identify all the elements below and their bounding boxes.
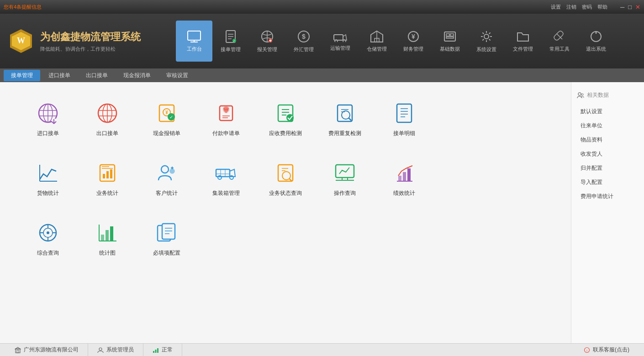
svg-point-59 <box>286 114 294 121</box>
import-order-icon <box>35 100 61 126</box>
svg-rect-3 <box>188 31 201 40</box>
export-order-label: 出口接单 <box>96 130 118 137</box>
app-title: 为创鑫捷物流管理系统 <box>40 30 141 44</box>
svg-rect-65 <box>397 104 412 122</box>
order-detail-item[interactable]: 接单明细 <box>375 96 434 142</box>
svg-rect-99 <box>403 172 406 181</box>
op-query-label: 操作查询 <box>334 189 356 197</box>
subnav-cash-reimburse[interactable]: 现金报消单 <box>116 70 158 81</box>
perf-stat-item[interactable]: 绩效统计 <box>375 156 434 202</box>
biz-stat-item[interactable]: 业务统计 <box>78 156 137 202</box>
sidebar-fee-apply-stat[interactable]: 费用申请统计 <box>577 189 639 204</box>
app-subtitle: 降低能耗、协调合作，工作更轻松 <box>40 46 141 52</box>
cash-reimburse-label: 现金报销单 <box>153 130 180 137</box>
sidebar-partners[interactable]: 往来单位 <box>577 119 639 133</box>
titlebar-right: 设置 注销 密码 帮助 ─ □ ✕ <box>551 4 640 10</box>
close-button[interactable]: ✕ <box>635 4 640 10</box>
stat-chart-item[interactable]: 统计图 <box>78 215 137 262</box>
export-order-item[interactable]: 出口接单 <box>78 96 137 142</box>
sidebar: 相关数据 默认设置 往来单位 物品资料 收发货人 归并配置 导入配置 费用申请统… <box>571 82 644 343</box>
svg-point-79 <box>170 169 174 173</box>
statusbar: 广州东源物流有限公司 系统管理员 正常 ! 联系客服(点击) <box>0 343 644 356</box>
filemgmt-icon <box>516 30 530 43</box>
nav-basic[interactable]: 基础数据 <box>432 21 468 62</box>
svg-text:W: W <box>17 36 25 45</box>
export-order-icon <box>95 100 120 126</box>
header: W 为创鑫捷物流管理系统 降低能耗、协调合作，工作更轻松 工作台 <box>0 14 644 68</box>
svg-rect-29 <box>450 34 454 36</box>
svg-point-123 <box>99 348 102 351</box>
fee-duplicate-label: 费用重复检测 <box>328 130 361 137</box>
svg-line-62 <box>349 118 352 121</box>
required-config-icon <box>154 220 179 246</box>
exit-icon <box>590 30 602 43</box>
nav-exit[interactable]: 退出系统 <box>578 21 614 62</box>
nav-workbench[interactable]: 工作台 <box>176 21 212 62</box>
payment-apply-item[interactable]: hat 付款申请单 <box>196 96 256 142</box>
sidebar-merge-config[interactable]: 归并配置 <box>577 161 639 175</box>
svg-rect-88 <box>278 165 293 181</box>
receivable-check-item[interactable]: 应收费用检测 <box>256 96 315 142</box>
nav-order-mgmt[interactable]: ✓ 接单管理 <box>212 21 249 62</box>
nav-exit-label: 退出系统 <box>586 46 606 52</box>
order-detail-icon <box>391 100 417 126</box>
help-link[interactable]: 帮助 <box>597 4 607 10</box>
warehouse-icon <box>370 30 384 43</box>
logout-link[interactable]: 注销 <box>566 4 576 10</box>
svg-rect-121 <box>17 350 19 353</box>
general-query-icon <box>35 220 61 246</box>
nav-sysconfig[interactable]: 系统设置 <box>468 21 505 62</box>
container-mgmt-item[interactable]: 集装箱管理 <box>196 156 256 202</box>
svg-text:✓: ✓ <box>169 115 173 120</box>
biz-stat-icon <box>95 160 120 186</box>
settings-link[interactable]: 设置 <box>551 4 561 10</box>
svg-text:$: $ <box>302 33 306 40</box>
biz-status-label: 业务状态查询 <box>269 189 302 197</box>
stat-chart-icon <box>95 220 120 246</box>
nav-filemgmt[interactable]: 文件管理 <box>505 21 541 62</box>
subnav-audit-settings[interactable]: 审核设置 <box>159 70 195 81</box>
sidebar-shippers[interactable]: 收发货人 <box>577 147 639 161</box>
svg-text:✓: ✓ <box>233 39 236 42</box>
nav-finance[interactable]: ¥ 财务管理 <box>395 21 432 62</box>
required-config-item[interactable]: 必填项配置 <box>137 215 196 262</box>
customer-stat-label: 客户统计 <box>156 189 178 197</box>
system-status: 正常 <box>162 346 173 354</box>
general-query-item[interactable]: 综合查询 <box>18 215 78 262</box>
cargo-stat-item[interactable]: 货物统计 <box>18 156 78 202</box>
minimize-button[interactable]: ─ <box>620 4 624 10</box>
svg-rect-114 <box>162 224 175 239</box>
related-data-icon <box>577 92 584 99</box>
nav-transport[interactable]: 运输管理 <box>322 21 359 62</box>
sidebar-import-config[interactable]: 导入配置 <box>577 175 639 189</box>
sidebar-default-settings[interactable]: 默认设置 <box>577 105 639 119</box>
cash-reimburse-item[interactable]: ¥ ✓ 现金报销单 <box>137 96 196 142</box>
subnav-order-mgmt[interactable]: 接单管理 <box>4 70 40 81</box>
support-section[interactable]: ! 联系客服(点击) <box>575 344 639 356</box>
company-section: 广州东源物流有限公司 <box>5 344 88 356</box>
svg-rect-75 <box>110 169 112 178</box>
window-controls: ─ □ ✕ <box>620 4 640 10</box>
fee-duplicate-item[interactable]: 费用重复检测 <box>315 96 375 142</box>
customer-stat-item[interactable]: 客户统计 <box>137 156 196 202</box>
forex-icon: $ <box>297 30 311 43</box>
subnav-import-order[interactable]: 进口接单 <box>41 70 78 81</box>
svg-point-78 <box>161 166 169 173</box>
op-query-item[interactable]: 操作查询 <box>315 156 375 202</box>
svg-rect-74 <box>106 171 109 178</box>
subnav-export-order[interactable]: 出口接单 <box>79 70 115 81</box>
nav-warehouse[interactable]: 仓储管理 <box>359 21 395 62</box>
maximize-button[interactable]: □ <box>628 4 632 10</box>
op-query-icon <box>332 160 358 186</box>
sidebar-goods-info[interactable]: 物品资料 <box>577 133 639 147</box>
biz-status-item[interactable]: 业务状态查询 <box>256 156 315 202</box>
payment-apply-icon: hat <box>213 100 239 126</box>
container-mgmt-icon <box>213 160 239 186</box>
nav-icons: 工作台 ✓ 接单管理 <box>146 21 644 62</box>
nav-forex[interactable]: $ 外汇管理 <box>285 21 322 62</box>
finance-icon: ¥ <box>406 30 420 43</box>
nav-customs[interactable]: 报关管理 <box>249 21 285 62</box>
import-order-item[interactable]: 进口接单 <box>18 96 78 142</box>
nav-tools[interactable]: 常用工具 <box>541 21 578 62</box>
password-link[interactable]: 密码 <box>582 4 592 10</box>
